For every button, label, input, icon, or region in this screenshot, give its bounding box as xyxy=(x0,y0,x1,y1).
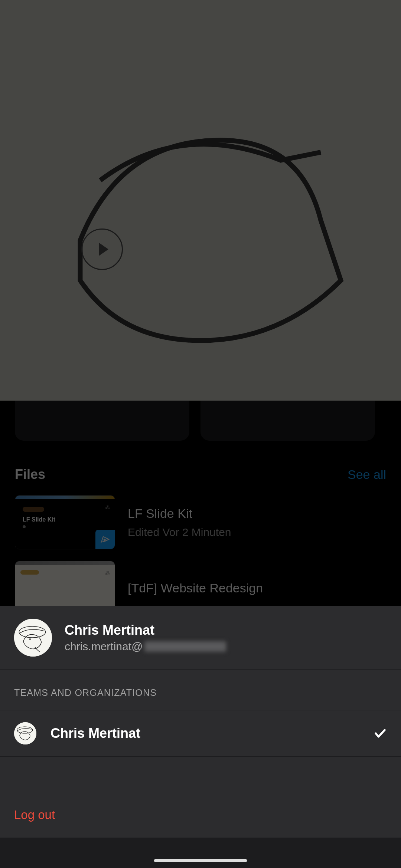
teams-section-header: TEAMS AND ORGANIZATIONS xyxy=(0,670,401,710)
thumbnail-label: LF Slide Kit xyxy=(23,516,107,523)
system-nav-area xyxy=(0,838,401,868)
user-avatar xyxy=(14,619,52,657)
play-icon xyxy=(81,228,123,270)
header-actions xyxy=(323,59,386,88)
svg-rect-11 xyxy=(358,59,386,88)
logout-button[interactable]: Log out xyxy=(0,793,401,838)
file-edited-time: Edited Vor 2 Minuten xyxy=(128,526,231,539)
see-all-link[interactable]: See all xyxy=(348,467,386,482)
team-avatar xyxy=(14,722,36,744)
files-header: Files See all xyxy=(0,441,401,491)
team-name: Chris Mertinat xyxy=(50,726,359,741)
app-header: Recents xyxy=(0,41,401,102)
figma-icon: ⁂ xyxy=(105,504,110,510)
nav-handle[interactable] xyxy=(154,859,247,862)
file-name: [TdF] Website Redesign xyxy=(128,581,263,595)
sheet-spacer xyxy=(0,757,401,793)
file-thumbnail: ⁂ LF Slide Kit xyxy=(15,495,115,549)
user-email: chris.mertinat@ xyxy=(65,640,226,653)
file-name: LF Slide Kit xyxy=(128,506,231,521)
checkmark-icon xyxy=(374,727,387,740)
account-bottom-sheet: Chris Mertinat chris.mertinat@ TEAMS AND… xyxy=(0,606,401,838)
user-info: Chris Mertinat chris.mertinat@ xyxy=(65,622,226,653)
files-section-title: Files xyxy=(15,467,45,482)
svg-point-12 xyxy=(104,539,105,540)
pen-tool-icon xyxy=(95,530,115,549)
team-item[interactable]: Chris Mertinat xyxy=(0,710,401,757)
file-item[interactable]: ⁂ LF Slide Kit LF Slide Kit Edited Vor 2… xyxy=(0,491,401,557)
file-info: [TdF] Website Redesign xyxy=(128,581,263,595)
file-info: LF Slide Kit Edited Vor 2 Minuten xyxy=(128,506,231,539)
sheet-user-row[interactable]: Chris Mertinat chris.mertinat@ xyxy=(0,606,401,670)
redacted-email-domain xyxy=(144,641,226,652)
user-name: Chris Mertinat xyxy=(65,622,226,638)
figma-icon: ⁂ xyxy=(105,570,110,576)
avatar-button[interactable] xyxy=(358,59,386,88)
svg-point-15 xyxy=(29,638,31,640)
